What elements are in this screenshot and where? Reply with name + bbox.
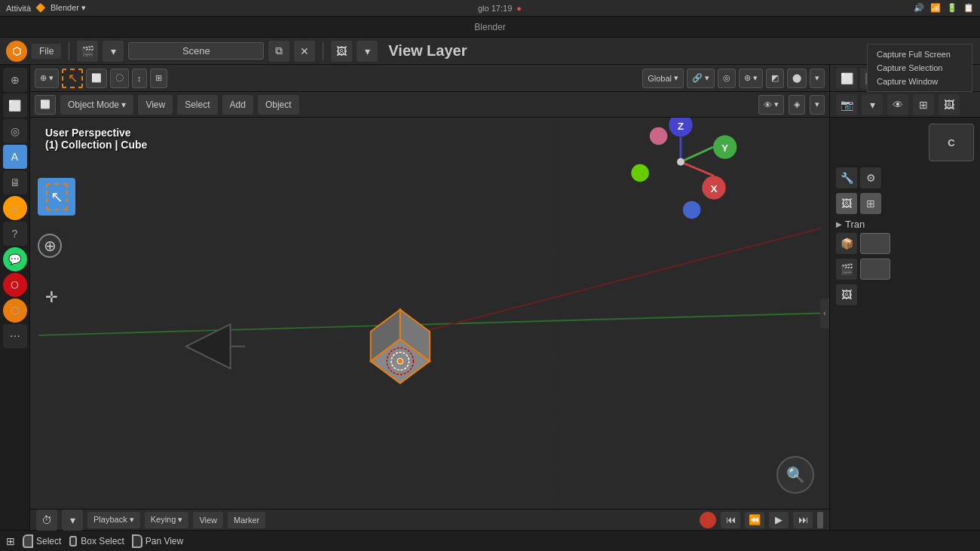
scene-selector[interactable]: Scene <box>128 42 264 60</box>
viewport-collapse-handle[interactable]: ‹ <box>820 298 829 329</box>
sidebar-icon-help[interactable]: ? <box>3 222 27 246</box>
timeline-icon[interactable]: ⏱ <box>36 510 57 531</box>
viewport-collapse[interactable]: ▾ <box>810 95 825 115</box>
rp-image-icon[interactable]: 🖼 <box>939 94 960 115</box>
view-menu[interactable]: View <box>138 95 173 115</box>
file-menu[interactable]: File <box>32 44 61 59</box>
shading-dropdown[interactable]: ▾ <box>810 69 825 88</box>
output-icon[interactable]: 🖼 <box>331 41 352 62</box>
left-sidebar: ⊕ ⬜ ◎ A 🖥 a ? 💬 O ⬡ ⋯ <box>0 65 30 530</box>
sys-icon-4: 📋 <box>963 3 974 13</box>
time-display: glo 17:19 <box>478 4 512 13</box>
rp-c-btn[interactable]: C <box>929 124 974 161</box>
sidebar-icon-bottom[interactable]: ⋯ <box>3 324 27 348</box>
viewport-compass: ⊕ <box>38 234 75 258</box>
marker-btn[interactable]: Marker <box>228 512 265 528</box>
select-box-tool[interactable]: ↖ <box>62 69 83 88</box>
timeline-dropdown[interactable]: ▾ <box>62 510 83 531</box>
rp-settings-icon[interactable]: ⚙ <box>860 167 881 188</box>
rp-viewport-icon[interactable]: 🖼 <box>836 193 857 214</box>
lasso-select-btn[interactable]: 〇 <box>110 69 129 88</box>
tweak-btn[interactable]: ↕ <box>132 69 147 88</box>
rp-dropdown-icon[interactable]: ▾ <box>862 94 883 115</box>
shading-toggle[interactable]: ⬤ <box>787 69 807 88</box>
transform-icon: ⊞ <box>155 73 162 83</box>
capture-full-screen[interactable]: Capture Full Screen <box>868 47 972 61</box>
cursor-tool-btn[interactable]: ⊕ ▾ <box>35 69 59 88</box>
rp-grid-icon[interactable]: ⊞ <box>913 94 934 115</box>
render-icon[interactable]: 🎬 <box>77 41 98 62</box>
sidebar-icon-amazon[interactable]: a <box>3 196 27 220</box>
object-menu[interactable]: Object <box>258 95 299 115</box>
blender-logo-btn[interactable]: ⬡ <box>6 41 27 62</box>
rendered-view-btn[interactable]: ◈ <box>789 95 805 115</box>
select-tool-box[interactable]: ↖ <box>38 178 75 216</box>
rp-object-preview[interactable] <box>860 233 890 254</box>
overlay-btn[interactable]: ⊛ ▾ <box>739 69 763 88</box>
rp-icon-scene[interactable]: ⬜ <box>836 68 857 89</box>
timeline-bar: ⏱ ▾ Playback Keying View Marker ⏮ ⏪ ▶ ⏭ <box>30 509 829 530</box>
svg-text:Y: Y <box>721 142 728 154</box>
sidebar-icon-opera[interactable]: O <box>3 273 27 297</box>
snap-dropdown: ▾ <box>705 73 709 83</box>
rp-eye-icon[interactable]: 👁 <box>887 94 908 115</box>
xray-btn[interactable]: ◩ <box>766 69 784 88</box>
rp-wrench-icon[interactable]: 🔧 <box>836 167 857 188</box>
eye-dropdown: ▾ <box>774 99 779 109</box>
keying-btn[interactable]: Keying <box>145 512 189 528</box>
playback-btn[interactable]: Playback <box>87 512 140 528</box>
timeline-handle[interactable] <box>817 512 823 528</box>
transform-icon-btn[interactable]: ⊞ <box>150 69 167 88</box>
select-menu[interactable]: Select <box>177 95 217 115</box>
svg-point-43 <box>683 201 701 219</box>
record-btn[interactable] <box>700 512 716 528</box>
go-end-btn[interactable]: ⏭ <box>793 512 813 528</box>
viewport-mode-icon[interactable]: ⬜ <box>35 95 56 115</box>
viewport-3d[interactable]: Z Y X <box>30 118 829 509</box>
view-btn[interactable]: View <box>193 512 223 528</box>
output-dropdown[interactable]: ▾ <box>357 41 378 62</box>
rp-final-icon[interactable]: 🖼 <box>836 284 857 305</box>
compass-icon[interactable]: ⊕ <box>38 234 62 258</box>
rp-object-icon[interactable]: 📦 <box>836 233 857 254</box>
right-panel: ⬜ 💾 🔧 S 📷 ▾ 👁 ⊞ 🖼 C 🔧 <box>829 65 980 530</box>
sidebar-icon-screen[interactable]: 🖥 <box>3 170 27 194</box>
sidebar-icon-chat[interactable]: 💬 <box>3 247 27 271</box>
snap-btn[interactable]: 🔗 ▾ <box>687 69 715 88</box>
sidebar-icon-cursor[interactable]: ⊕ <box>3 68 27 92</box>
rp-camera-icon[interactable]: 📷 <box>836 94 857 115</box>
scene-remove[interactable]: ✕ <box>294 41 315 62</box>
sidebar-icon-star[interactable]: A <box>3 145 27 169</box>
sidebar-icon-network[interactable]: ⬜ <box>3 93 27 118</box>
zoom-icon[interactable]: 🔍 <box>776 456 814 494</box>
add-menu[interactable]: Add <box>222 95 253 115</box>
capture-window[interactable]: Capture Window <box>868 75 972 88</box>
rp-c-label: C <box>948 137 954 148</box>
scene-copy[interactable]: ⧉ <box>268 41 289 62</box>
svg-text:X: X <box>710 183 718 194</box>
viewport-shading-btn[interactable]: 👁 ▾ <box>758 95 784 115</box>
sys-icon-2: 📶 <box>930 3 941 13</box>
capture-selection[interactable]: Capture Selection <box>868 61 972 75</box>
mouse-left-icon <box>23 534 33 548</box>
sidebar-icon-docs[interactable]: ◎ <box>3 119 27 143</box>
overlay-dropdown: ▾ <box>753 73 758 83</box>
blender-menu[interactable]: Blender ▾ <box>51 3 86 13</box>
rp-render-preview[interactable] <box>860 259 890 280</box>
go-start-btn[interactable]: ⏮ <box>721 512 740 528</box>
prev-frame-btn[interactable]: ⏪ <box>745 512 764 528</box>
transform-selector[interactable]: Global ▾ <box>642 69 684 88</box>
xray-icon: ◩ <box>771 73 779 83</box>
move-icon[interactable]: ✛ <box>38 283 65 311</box>
transform-label: Global <box>648 74 672 83</box>
sidebar-icon-blender[interactable]: ⬡ <box>3 298 27 323</box>
rp-transform-icon[interactable]: ⊞ <box>860 193 881 214</box>
object-mode-btn[interactable]: Object Mode <box>60 95 133 115</box>
play-btn[interactable]: ▶ <box>769 512 789 528</box>
triangle-icon: ▶ <box>836 220 842 228</box>
rp-render-icon[interactable]: 🎬 <box>836 259 857 280</box>
viewport-left-tools: ↖ ⊕ ✛ <box>38 178 75 311</box>
render-dropdown[interactable]: ▾ <box>103 41 124 62</box>
proportional-btn[interactable]: ◎ <box>718 69 736 88</box>
box-select-btn[interactable]: ⬜ <box>86 69 107 88</box>
